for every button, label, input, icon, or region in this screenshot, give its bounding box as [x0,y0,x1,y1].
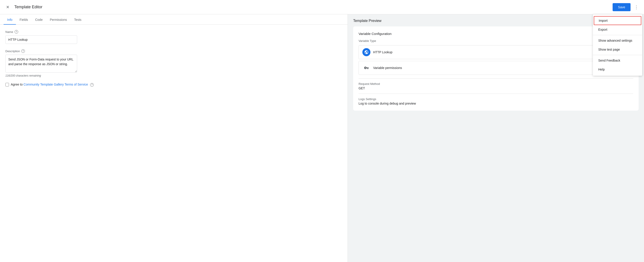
variable-type-label: Variable Type [358,39,633,42]
left-panel: Info Fields Code Permissions Tests Name … [0,14,348,262]
close-icon: ✕ [6,5,10,10]
form-content: Name ? Description ? Send JSON or Form-D… [0,25,348,262]
request-method-label: Request Method [358,82,633,85]
tab-fields[interactable]: Fields [16,14,32,25]
description-label: Description ? [6,49,342,53]
close-button[interactable]: ✕ [4,3,12,11]
advanced-settings-menu-item[interactable]: Show advanced settings [593,36,642,45]
name-input[interactable] [6,35,77,44]
char-count: 116/200 characters remaining [6,74,342,77]
header-right: Save ⋮ [612,3,640,11]
export-menu-item[interactable]: Export [593,25,642,34]
http-lookup-label: HTTP Lookup [373,50,392,54]
tos-checkbox-row: Agree to Community Template Gallery Term… [6,83,342,87]
variable-permissions-icon [362,64,370,72]
config-divider-2 [358,94,633,94]
name-help-icon[interactable]: ? [14,30,18,33]
tab-info[interactable]: Info [4,14,16,25]
tab-code[interactable]: Code [32,14,46,25]
http-lookup-item[interactable]: HTTP Lookup [358,45,633,59]
name-field-group: Name ? [6,30,342,44]
tabs-bar: Info Fields Code Permissions Tests [0,14,348,25]
test-page-menu-item[interactable]: Show test page [593,45,642,54]
logs-settings-value: Log to console during debug and preview [358,102,633,105]
description-field-group: Description ? Send JSON or Form-Data req… [6,49,342,77]
variable-permissions-item[interactable]: Variable permissions [358,61,633,75]
header: ✕ Template Editor Save ⋮ [0,0,644,14]
import-menu-item[interactable]: Import [594,16,641,25]
description-help-icon[interactable]: ? [21,49,25,53]
logs-settings-label: Logs Settings [358,97,633,101]
tab-permissions[interactable]: Permissions [46,14,70,25]
app-title: Template Editor [14,5,42,9]
send-feedback-menu-item[interactable]: Send Feedback [593,56,642,65]
header-left: ✕ Template Editor [4,3,612,11]
name-label: Name ? [6,30,342,33]
dropdown-divider-1 [593,35,642,35]
config-divider [358,78,633,79]
help-menu-item[interactable]: Help [593,65,642,74]
more-icon: ⋮ [634,4,638,10]
dropdown-menu: Import Export Show advanced settings Sho… [593,14,642,76]
tos-help-icon[interactable]: ? [90,83,94,87]
description-input[interactable]: Send JSON or Form-Data request to your U… [6,55,77,72]
dropdown-divider-2 [593,55,642,55]
logs-section: Logs Settings Log to console during debu… [358,97,633,105]
tos-checkbox[interactable] [6,83,9,86]
main-layout: Info Fields Code Permissions Tests Name … [0,14,644,262]
request-method-section: Request Method GET [358,82,633,90]
http-lookup-icon [362,48,370,56]
config-card-title: Variable Configuration [358,32,633,36]
tos-label: Agree to Community Template Gallery Term… [11,83,94,87]
variable-permissions-label: Variable permissions [373,66,402,70]
more-options-button[interactable]: ⋮ [632,3,640,11]
tos-link[interactable]: Community Template Gallery Terms of Serv… [24,83,88,86]
save-button[interactable]: Save [612,3,630,11]
request-method-value: GET [358,86,633,90]
tab-tests[interactable]: Tests [70,14,85,25]
